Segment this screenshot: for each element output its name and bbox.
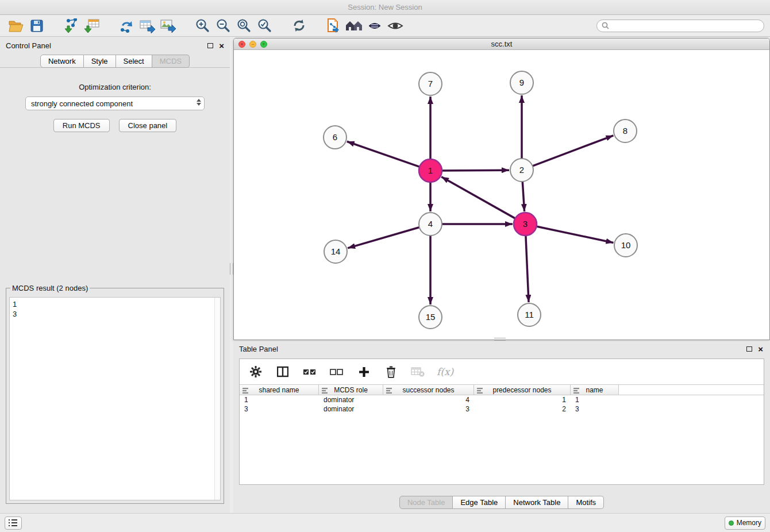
vertical-splitter-handle[interactable] — [230, 263, 233, 275]
zoom-fit-icon[interactable] — [233, 17, 254, 35]
horizontal-splitter-handle[interactable] — [494, 338, 506, 341]
open-network-file-icon[interactable] — [323, 17, 344, 35]
import-network-icon[interactable] — [61, 17, 82, 35]
svg-text:6: 6 — [333, 132, 337, 142]
select-all-columns-icon[interactable] — [302, 364, 318, 379]
tab-select[interactable]: Select — [116, 55, 152, 68]
column-header-successor-nodes[interactable]: successor nodes — [383, 385, 474, 395]
zoom-selected-icon[interactable] — [254, 17, 275, 35]
refresh-layout-icon[interactable] — [288, 17, 309, 35]
node-1[interactable]: 1 — [419, 159, 442, 182]
first-neighbors-icon[interactable] — [344, 17, 364, 35]
open-session-icon[interactable] — [6, 17, 26, 35]
delete-table-icon[interactable] — [410, 364, 426, 379]
tab-network-table[interactable]: Network Table — [506, 496, 568, 509]
node-10[interactable]: 10 — [614, 234, 637, 257]
network-canvas[interactable]: 7968124314101511 — [234, 50, 769, 340]
unselect-all-columns-icon[interactable] — [329, 364, 345, 379]
close-panel-button[interactable]: Close panel — [119, 119, 177, 132]
control-panel-float-icon[interactable] — [207, 43, 213, 48]
column-header-label: shared name — [259, 386, 299, 394]
node-8[interactable]: 8 — [614, 119, 637, 142]
tab-mcds[interactable]: MCDS — [152, 55, 190, 68]
function-builder-icon[interactable]: f(x) — [437, 366, 453, 377]
column-header-icon — [477, 387, 483, 395]
edge-1-2[interactable] — [440, 170, 509, 171]
edge-1-6[interactable] — [347, 141, 422, 167]
mcds-result-item: 3 — [13, 309, 217, 319]
export-table-icon[interactable] — [137, 17, 157, 35]
show-hide-eye-icon[interactable] — [385, 17, 406, 35]
tab-style[interactable]: Style — [84, 55, 116, 68]
table-settings-gear-icon[interactable] — [248, 364, 264, 379]
table-row[interactable]: 3dominator323 — [240, 404, 764, 414]
table-cell: 3 — [383, 404, 474, 414]
optimization-criterion-dropdown[interactable]: strongly connected component — [25, 97, 205, 110]
run-mcds-button[interactable]: Run MCDS — [53, 119, 110, 132]
node-11[interactable]: 11 — [518, 303, 541, 326]
svg-text:15: 15 — [426, 312, 436, 322]
table-cell: 3 — [240, 404, 319, 414]
column-header-label: MCDS role — [334, 386, 368, 394]
memory-button[interactable]: Memory — [725, 516, 765, 530]
svg-text:10: 10 — [621, 240, 631, 250]
svg-text:14: 14 — [331, 246, 341, 256]
show-columns-icon[interactable] — [275, 364, 291, 379]
search-input[interactable] — [612, 21, 759, 30]
save-session-icon[interactable] — [26, 17, 47, 35]
tab-motifs[interactable]: Motifs — [568, 496, 604, 509]
table-panel-close-icon[interactable]: × — [758, 346, 763, 352]
task-history-button[interactable] — [5, 516, 22, 530]
mcds-result-list[interactable]: 13 — [9, 297, 221, 500]
zoom-out-icon[interactable] — [213, 17, 233, 35]
node-6[interactable]: 6 — [324, 126, 346, 149]
table-panel-float-icon[interactable] — [746, 346, 752, 352]
mcds-result-box: MCDS result (2 nodes) 13 — [6, 284, 224, 504]
column-header-MCDS-role[interactable]: MCDS role — [319, 385, 383, 395]
node-4[interactable]: 4 — [419, 213, 442, 236]
tab-network[interactable]: Network — [40, 55, 84, 68]
import-table-icon[interactable] — [82, 17, 102, 35]
edge-2-3[interactable] — [522, 179, 525, 211]
table-tabs: Node TableEdge TableNetwork TableMotifs — [233, 496, 770, 509]
table-body: 1dominator4113dominator323 — [240, 395, 764, 414]
vizmap-badge-icon[interactable] — [364, 17, 385, 35]
window-titlebar: Session: New Session — [0, 0, 770, 15]
edge-3-11[interactable] — [526, 233, 529, 302]
network-window-titlebar[interactable]: × − + scc.txt — [234, 38, 769, 50]
column-header-icon — [322, 387, 328, 395]
node-2[interactable]: 2 — [510, 159, 533, 182]
column-header-name[interactable]: name — [571, 385, 619, 395]
search-field[interactable] — [596, 20, 764, 32]
svg-text:9: 9 — [519, 78, 524, 87]
node-3[interactable]: 3 — [514, 213, 537, 236]
node-9[interactable]: 9 — [510, 71, 533, 94]
export-image-icon[interactable] — [157, 17, 178, 35]
node-14[interactable]: 14 — [324, 240, 347, 263]
delete-row-trash-icon[interactable] — [383, 364, 399, 379]
export-network-icon[interactable] — [116, 17, 137, 35]
tab-node-table[interactable]: Node Table — [399, 496, 453, 509]
control-panel-close-icon[interactable]: × — [219, 43, 224, 49]
add-row-plus-icon[interactable] — [356, 364, 372, 379]
svg-text:1: 1 — [428, 165, 433, 175]
edge-4-14[interactable] — [348, 226, 422, 248]
zoom-in-icon[interactable] — [192, 17, 213, 35]
edge-2-8[interactable] — [530, 136, 613, 167]
column-header-icon — [242, 387, 248, 395]
edge-3-1[interactable] — [441, 177, 517, 219]
result-scrollbar[interactable] — [214, 298, 220, 500]
node-15[interactable]: 15 — [419, 306, 442, 329]
table-toolbar: f(x) — [240, 359, 764, 384]
column-header-predecessor-nodes[interactable]: predecessor nodes — [474, 385, 571, 395]
node-table-container: f(x) shared nameMCDS rolesuccessor nodes… — [239, 358, 764, 485]
edge-3-10[interactable] — [534, 226, 614, 242]
node-7[interactable]: 7 — [419, 72, 442, 95]
column-header-shared-name[interactable]: shared name — [240, 385, 319, 395]
table-row[interactable]: 1dominator411 — [240, 395, 764, 404]
control-panel-title: Control Panel — [6, 41, 51, 50]
optimization-criterion-label: Optimization criterion: — [0, 83, 230, 91]
tab-edge-table[interactable]: Edge Table — [453, 496, 506, 509]
column-header-icon — [386, 387, 392, 395]
svg-text:4: 4 — [428, 219, 433, 229]
